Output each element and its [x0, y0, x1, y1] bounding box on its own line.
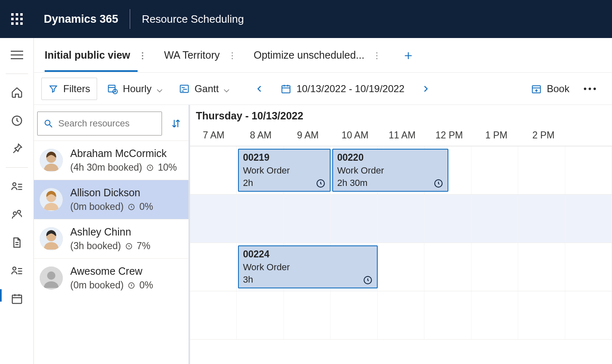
pin-icon[interactable]	[7, 139, 26, 158]
filter-icon	[48, 84, 58, 94]
resource-name: Ashley Chinn	[70, 226, 150, 238]
search-input[interactable]	[58, 118, 156, 129]
resource-row[interactable]: Ashley Chinn(3h booked)7%	[34, 219, 188, 258]
resource-pane: Abraham McCormick(4h 30m booked)10%Allis…	[34, 105, 190, 364]
search-resources-box[interactable]	[37, 112, 162, 136]
booking-id: 00220	[337, 152, 443, 163]
view-mode-dropdown[interactable]: Gantt ⌵	[172, 78, 236, 100]
people-list-icon[interactable]	[7, 177, 26, 196]
chevron-right-icon	[421, 84, 430, 93]
next-range-button[interactable]	[414, 78, 437, 100]
clock-icon	[316, 178, 326, 188]
clock-icon	[125, 243, 133, 250]
tab-label: Initial public view	[45, 49, 130, 61]
document-icon[interactable]	[7, 233, 26, 252]
filters-button[interactable]: Filters	[41, 78, 97, 100]
hour-label: 7 AM	[190, 130, 237, 141]
active-indicator	[0, 289, 2, 302]
hour-label: 9 AM	[284, 130, 331, 141]
sort-icon	[171, 118, 181, 129]
booking-card[interactable]: 00224Work Order3h	[238, 245, 378, 288]
search-icon	[43, 119, 53, 128]
granularity-label: Hourly	[123, 83, 151, 95]
resource-row[interactable]: Awesome Crew(0m booked)0%	[34, 258, 188, 297]
home-icon[interactable]	[7, 83, 26, 102]
timeline-row[interactable]	[190, 291, 612, 340]
hour-label: 1 PM	[473, 130, 520, 141]
resource-row[interactable]: Abraham McCormick(4h 30m booked)10%	[34, 140, 188, 180]
booking-card[interactable]: 00220Work Order2h 30m	[332, 149, 448, 192]
timeline-pane: Thursday - 10/13/2022 7 AM8 AM9 AM10 AM1…	[190, 105, 612, 364]
booking-id: 00219	[243, 152, 326, 163]
timeline-row[interactable]: 00224Work Order3h	[190, 243, 612, 291]
booking-id: 00224	[243, 249, 373, 260]
filters-label: Filters	[63, 83, 90, 95]
tab-initial-public-view[interactable]: Initial public view ⋮	[45, 48, 149, 63]
tab-wa-territory[interactable]: WA Territory ⋮	[164, 48, 239, 63]
team-icon[interactable]	[7, 205, 26, 224]
avatar	[40, 266, 63, 290]
brand-label: Dynamics 365	[44, 13, 118, 26]
date-range-picker[interactable]: 10/13/2022 - 10/19/2022	[274, 78, 411, 100]
clock-icon	[128, 203, 135, 211]
resource-subtext: (3h booked)7%	[70, 240, 150, 252]
chevron-down-icon: ⌵	[157, 83, 162, 95]
recent-icon[interactable]	[7, 111, 26, 130]
clock-icon	[128, 282, 135, 289]
booking-duration: 3h	[243, 274, 253, 285]
tab-label: WA Territory	[164, 49, 220, 61]
resource-subtext: (0m booked)0%	[70, 280, 153, 291]
tab-more-icon[interactable]: ⋮	[370, 48, 383, 63]
timeline-row[interactable]: 00219Work Order2h00220Work Order2h 30m	[190, 146, 612, 195]
booking-type: Work Order	[243, 165, 326, 176]
header-divider	[130, 9, 130, 29]
book-button[interactable]: Book	[524, 78, 576, 100]
app-title: Resource Scheduling	[142, 13, 244, 26]
left-nav-rail	[0, 38, 34, 364]
book-label: Book	[547, 83, 569, 95]
toolbar-overflow-button[interactable]: •••	[579, 80, 602, 98]
booking-duration: 2h	[243, 178, 253, 188]
svg-point-8	[13, 212, 17, 215]
resource-name: Abraham McCormick	[70, 148, 177, 159]
prev-range-button[interactable]	[248, 78, 271, 100]
tab-optimize-unscheduled[interactable]: Optimize unscheduled... ⋮	[254, 48, 383, 63]
chevron-left-icon	[255, 84, 264, 93]
svg-point-35	[45, 120, 50, 125]
hamburger-button[interactable]	[7, 45, 26, 64]
tab-more-icon[interactable]: ⋮	[136, 48, 149, 63]
booking-type: Work Order	[337, 165, 443, 176]
svg-line-36	[50, 125, 52, 127]
calendar-clock-icon	[107, 83, 118, 94]
schedule-board-icon[interactable]	[7, 289, 26, 308]
tab-label: Optimize unscheduled...	[254, 49, 364, 61]
booking-card[interactable]: 00219Work Order2h	[238, 149, 331, 192]
app-launcher-button[interactable]	[7, 10, 26, 29]
sort-button[interactable]	[169, 116, 183, 131]
date-range-label: 10/13/2022 - 10/19/2022	[296, 83, 405, 95]
timeline-row[interactable]	[190, 195, 612, 243]
hour-label: 2 PM	[520, 130, 567, 141]
people-list-2-icon[interactable]	[7, 261, 26, 280]
resource-list: Abraham McCormick(4h 30m booked)10%Allis…	[34, 140, 188, 364]
hour-label: 12 PM	[426, 130, 473, 141]
booking-type: Work Order	[243, 262, 373, 273]
hour-label: 8 AM	[237, 130, 284, 141]
avatar	[40, 188, 63, 211]
add-tab-button[interactable]: ＋	[398, 46, 418, 64]
hour-label: 11 AM	[379, 130, 426, 141]
resource-row[interactable]: Allison Dickson(0m booked)0%	[34, 180, 188, 219]
svg-point-9	[17, 210, 21, 214]
svg-rect-23	[180, 85, 188, 92]
granularity-dropdown[interactable]: Hourly ⌵	[100, 78, 169, 100]
clock-icon	[146, 164, 154, 171]
svg-rect-27	[282, 86, 291, 93]
svg-point-12	[13, 267, 16, 270]
calendar-add-icon	[531, 83, 542, 94]
avatar	[40, 227, 63, 250]
svg-rect-20	[109, 85, 115, 92]
rail-separator	[6, 167, 28, 168]
app-header: Dynamics 365 Resource Scheduling	[0, 0, 612, 38]
view-tabs: Initial public view ⋮ WA Territory ⋮ Opt…	[34, 38, 612, 73]
tab-more-icon[interactable]: ⋮	[226, 48, 239, 63]
